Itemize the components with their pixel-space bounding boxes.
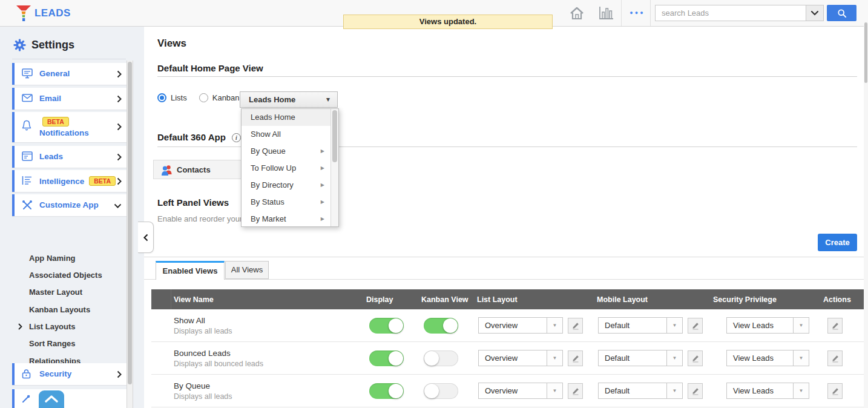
scroll-to-top-button[interactable] bbox=[39, 390, 64, 408]
select-caret-icon: ▼ bbox=[547, 318, 562, 333]
menu-item-leads-home[interactable]: Leads Home bbox=[242, 109, 330, 126]
toolbar-divider bbox=[650, 0, 651, 26]
mobile-layout-select[interactable]: Default▼ bbox=[598, 383, 683, 399]
list-layout-select[interactable]: Overview▼ bbox=[478, 350, 563, 366]
display-toggle[interactable] bbox=[369, 350, 404, 366]
page-title: Views bbox=[157, 38, 186, 50]
toggle-knob bbox=[424, 351, 439, 366]
menu-item-to-follow-up[interactable]: To Follow Up▶ bbox=[242, 160, 330, 177]
chevron-right-icon bbox=[18, 323, 22, 330]
more-options-icon[interactable]: ●●● bbox=[625, 0, 649, 26]
chevron-down-icon bbox=[114, 203, 122, 208]
create-button[interactable]: Create bbox=[818, 234, 857, 251]
toggle-knob bbox=[389, 318, 403, 333]
subnav-item-app-naming[interactable]: App Naming bbox=[29, 254, 76, 263]
search-input[interactable] bbox=[655, 5, 806, 21]
table-header-spacer bbox=[151, 289, 171, 309]
page-scrollbar[interactable] bbox=[864, 22, 868, 408]
sidebar-item-intelligence[interactable]: IntelligenceBETA bbox=[12, 170, 127, 192]
security-privilege-select[interactable]: View Leads▼ bbox=[726, 383, 809, 399]
sidebar-item-partial[interactable] bbox=[12, 389, 127, 408]
tab-all-views[interactable]: All Views bbox=[225, 261, 269, 279]
search-button[interactable] bbox=[827, 5, 856, 21]
select-caret-icon: ▼ bbox=[666, 318, 682, 333]
menu-scrollbar[interactable] bbox=[330, 109, 338, 226]
sidebar-item-security[interactable]: Security bbox=[12, 363, 127, 385]
sidebar-item-leads[interactable]: Leads bbox=[12, 146, 127, 168]
list-layout-select[interactable]: Overview▼ bbox=[478, 317, 563, 334]
radio-lists[interactable] bbox=[157, 93, 166, 102]
sidebar-item-customize-app[interactable]: Customize App bbox=[12, 194, 127, 216]
sidebar-title: Settings bbox=[31, 39, 74, 51]
security-privilege-select[interactable]: View Leads▼ bbox=[726, 350, 809, 366]
edit-list-layout-button[interactable] bbox=[568, 318, 583, 334]
edit-list-layout-button[interactable] bbox=[568, 383, 583, 399]
app-window: LEADS ●●● Views updated. bbox=[0, 0, 868, 408]
kanban-toggle[interactable] bbox=[424, 383, 458, 399]
chevron-right-icon bbox=[117, 153, 122, 161]
sidebar-item-notifications[interactable]: BETA Notifications bbox=[12, 112, 127, 142]
mobile-layout-select[interactable]: Default▼ bbox=[598, 317, 683, 334]
edit-mobile-layout-button[interactable] bbox=[688, 350, 703, 366]
kanban-toggle[interactable] bbox=[424, 350, 458, 366]
menu-item-by-directory[interactable]: By Directory▶ bbox=[242, 177, 330, 194]
chart-icon[interactable] bbox=[598, 6, 614, 21]
edit-list-layout-button[interactable] bbox=[568, 350, 583, 366]
sidebar-item-general[interactable]: General bbox=[12, 63, 127, 85]
radio-kanban[interactable] bbox=[199, 93, 208, 102]
submenu-arrow-icon: ▶ bbox=[321, 177, 324, 194]
subnav-item-master-layout[interactable]: Master Layout bbox=[29, 288, 82, 297]
section-title-default-360: Default 360 Appi bbox=[157, 132, 241, 142]
edit-mobile-layout-button[interactable] bbox=[688, 318, 703, 334]
select-caret-icon: ▼ bbox=[793, 383, 809, 398]
subnav-item-kanban-layouts[interactable]: Kanban Layouts bbox=[29, 305, 90, 314]
radio-kanban-label[interactable]: Kanban bbox=[212, 93, 240, 102]
settings-sidebar: Settings General Email bbox=[0, 27, 144, 408]
chevron-up-icon bbox=[45, 395, 58, 403]
kanban-toggle[interactable] bbox=[424, 318, 458, 334]
menu-item-by-status[interactable]: By Status▶ bbox=[242, 194, 330, 211]
submenu-arrow-icon: ▶ bbox=[321, 160, 324, 177]
default-view-selector[interactable]: Leads Home ▾ bbox=[240, 91, 338, 108]
divider bbox=[144, 279, 868, 280]
toolbar-divider bbox=[621, 0, 622, 26]
col-view-name: View Name bbox=[171, 295, 361, 304]
view-name: Show All bbox=[174, 316, 361, 325]
subnav-item-list-layouts[interactable]: List Layouts bbox=[29, 322, 76, 331]
home-icon[interactable] bbox=[569, 6, 585, 21]
security-privilege-select[interactable]: View Leads▼ bbox=[726, 317, 809, 334]
edit-view-button[interactable] bbox=[827, 318, 843, 334]
info-icon[interactable]: i bbox=[232, 133, 241, 142]
tab-enabled-views[interactable]: Enabled Views bbox=[156, 261, 225, 280]
display-toggle[interactable] bbox=[369, 383, 404, 399]
menu-item-show-all[interactable]: Show All bbox=[242, 126, 330, 143]
menu-scrollbar-thumb[interactable] bbox=[332, 110, 337, 162]
select-caret-icon: ▼ bbox=[666, 383, 682, 398]
search-scope-dropdown[interactable] bbox=[806, 5, 824, 21]
beta-badge: BETA bbox=[42, 117, 69, 127]
divider bbox=[144, 257, 868, 257]
view-description: Displays all leads bbox=[174, 392, 361, 401]
menu-item-by-market[interactable]: By Market▶ bbox=[242, 211, 330, 228]
edit-view-button[interactable] bbox=[827, 383, 843, 399]
page-scrollbar-thumb[interactable] bbox=[864, 22, 867, 83]
sidebar-collapse-handle[interactable] bbox=[138, 222, 154, 253]
sidebar-scrollbar-thumb[interactable] bbox=[128, 62, 132, 384]
subnav-item-sort-ranges[interactable]: Sort Ranges bbox=[29, 339, 76, 348]
monitor-icon bbox=[22, 68, 33, 79]
sidebar-item-email[interactable]: Email bbox=[12, 88, 127, 110]
list-layout-select[interactable]: Overview▼ bbox=[478, 383, 563, 399]
subnav-item-associated-objects[interactable]: Associated Objects bbox=[29, 271, 102, 280]
sidebar-item-label: Leads bbox=[39, 152, 63, 161]
chevron-right-icon bbox=[117, 123, 122, 131]
sidebar-scrollbar[interactable] bbox=[127, 61, 133, 408]
edit-mobile-layout-button[interactable] bbox=[688, 383, 703, 399]
section-title-default-home: Default Home Page View bbox=[157, 63, 263, 73]
chevron-right-icon bbox=[117, 177, 122, 185]
left-panel-subtitle: Enable and reorder your le bbox=[157, 214, 251, 223]
menu-item-by-queue[interactable]: By Queue▶ bbox=[242, 143, 330, 160]
edit-view-button[interactable] bbox=[827, 350, 843, 366]
radio-lists-label[interactable]: Lists bbox=[171, 93, 187, 102]
display-toggle[interactable] bbox=[369, 318, 404, 334]
mobile-layout-select[interactable]: Default▼ bbox=[598, 350, 683, 366]
